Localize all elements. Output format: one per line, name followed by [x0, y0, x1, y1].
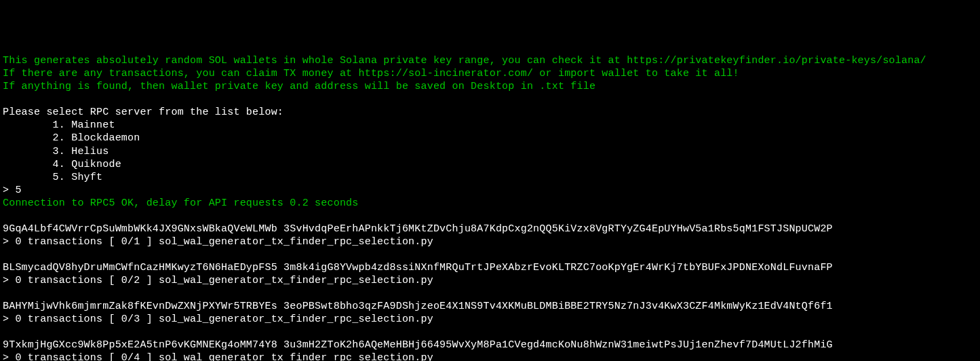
header-line-1: This generates absolutely random SOL wal… — [3, 55, 926, 66]
header-line-3: If anything is found, then wallet privat… — [3, 81, 595, 92]
wallet-status-1: > 0 transactions [ 0/1 ] sol_wal_generat… — [3, 236, 433, 248]
rpc-option-2: 2. Blockdaemon — [3, 132, 140, 144]
wallet-keys-4: 9TxkmjHgGXcc9Wk8Pp5xE2A5tnP6vKGMNEKg4oMM… — [3, 339, 833, 351]
rpc-option-3: 3. Helius — [3, 146, 109, 157]
connection-status: Connection to RPC5 OK, delay for API req… — [3, 197, 358, 209]
wallet-keys-3: BAHYMijwVhk6mjmrmZak8fKEvnDwZXNjPXYWr5TR… — [3, 301, 833, 312]
rpc-option-4: 4. Quiknode — [3, 159, 121, 170]
user-input[interactable]: > 5 — [3, 185, 22, 196]
wallet-keys-1: 9GqA4Lbf4CWVrrCpSuWmbWKk4JX9GNxsWBkaQVeW… — [3, 223, 833, 235]
terminal-output: This generates absolutely random SOL wal… — [3, 54, 977, 361]
wallet-status-3: > 0 transactions [ 0/3 ] sol_wal_generat… — [3, 314, 433, 325]
header-line-2: If there are any transactions, you can c… — [3, 68, 739, 79]
rpc-option-1: 1. Mainnet — [3, 119, 115, 131]
wallet-status-4: > 0 transactions [ 0/4 ] sol_wal_generat… — [3, 352, 433, 361]
wallet-status-2: > 0 transactions [ 0/2 ] sol_wal_generat… — [3, 275, 433, 286]
rpc-option-5: 5. Shyft — [3, 172, 102, 183]
prompt-title: Please select RPC server from the list b… — [3, 107, 283, 118]
wallet-keys-2: BLSmycadQV8hyDruMmCWfnCazHMKwyzT6N6HaEDy… — [3, 262, 833, 273]
